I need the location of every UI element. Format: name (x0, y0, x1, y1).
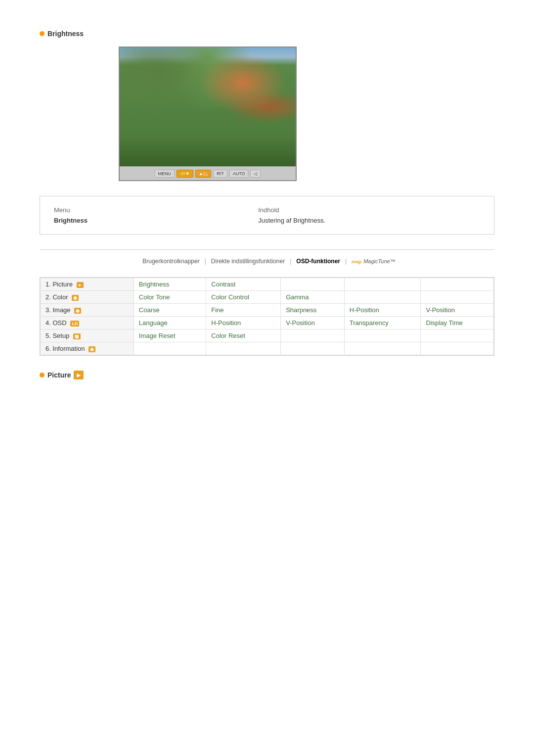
bezel-power-btn[interactable]: ◁ (250, 170, 261, 178)
info-table: Menu Indhold Brightness Justering af Bri… (50, 204, 484, 226)
menu-cell-picture: 1. Picture ► (41, 278, 134, 291)
nav-sep-3: | (344, 258, 348, 265)
bezel-menu-btn[interactable]: MENU (155, 170, 175, 178)
cell-h-position-img[interactable]: H-Position (344, 304, 421, 317)
menu-label-color: 2. Color (45, 293, 68, 301)
cell-image-reset[interactable]: Image Reset (134, 330, 206, 342)
cell-empty-7 (344, 330, 421, 342)
osd-table: 1. Picture ► Brightness Contrast 2. Colo… (40, 278, 494, 355)
svg-text:magic: magic (352, 259, 361, 264)
nav-item-direkte[interactable]: Direkte indstillingsfunktioner (207, 258, 289, 265)
cell-empty-3 (421, 278, 494, 291)
cell-color-control[interactable]: Color Control (206, 291, 281, 304)
monitor-screen (120, 47, 296, 166)
bezel-brightness-btn[interactable]: -/+▼ (177, 170, 193, 178)
magictune-logo-icon: magic (352, 258, 361, 264)
cell-color-reset[interactable]: Color Reset (206, 330, 281, 342)
cell-empty-9 (134, 342, 206, 355)
menu-cell-setup: 5. Setup ▦ (41, 330, 134, 342)
cell-empty-13 (421, 342, 494, 355)
table-row: 3. Image ◉ Coarse Fine Sharpness H-Posit… (41, 304, 494, 317)
cell-language[interactable]: Language (134, 317, 206, 330)
monitor-image: MENU -/+▼ ▲/△ R/T AUTO ◁ (119, 47, 494, 181)
osd-icon-badge: LD (70, 321, 79, 327)
cell-empty-12 (344, 342, 421, 355)
monitor-bezel: MENU -/+▼ ▲/△ R/T AUTO ◁ (120, 166, 296, 180)
cell-sharpness[interactable]: Sharpness (281, 304, 345, 317)
cell-v-position-osd[interactable]: V-Position (281, 317, 345, 330)
menu-cell-osd: 4. OSD LD (41, 317, 134, 330)
info-table-row: Brightness Justering af Brightness. (50, 216, 484, 226)
information-icon-badge: ◉ (89, 346, 95, 352)
brightness-title: Brightness (47, 30, 84, 38)
brightness-section-heading: Brightness (40, 30, 494, 38)
picture-badge: ► (74, 371, 84, 379)
image-icon-badge: ◉ (74, 308, 81, 314)
picture-icon-badge: ► (77, 282, 84, 288)
cell-h-position-osd[interactable]: H-Position (206, 317, 281, 330)
cell-color-tone[interactable]: Color Tone (134, 291, 206, 304)
bezel-up-btn[interactable]: ▲/△ (195, 170, 211, 178)
magictune-label: MagicTune™ (363, 258, 396, 264)
cell-empty-2 (344, 278, 421, 291)
cell-empty-5 (421, 291, 494, 304)
brightness-icon (40, 31, 44, 36)
picture-title: Picture (47, 371, 71, 379)
color-icon-badge: ◉ (72, 295, 79, 301)
cell-empty-6 (281, 330, 345, 342)
nav-item-osd[interactable]: OSD-funktioner (292, 258, 344, 265)
content-column-header: Indhold (254, 204, 484, 216)
table-row: 5. Setup ▦ Image Reset Color Reset (41, 330, 494, 342)
menu-column-header: Menu (50, 204, 203, 216)
nav-sep-2: | (289, 258, 292, 265)
info-table-container: Menu Indhold Brightness Justering af Bri… (40, 196, 494, 235)
menu-cell-image: 3. Image ◉ (41, 304, 134, 317)
nav-magictune[interactable]: magic MagicTune™ (352, 258, 396, 264)
cell-transparency[interactable]: Transparency (344, 317, 421, 330)
table-row: 1. Picture ► Brightness Contrast (41, 278, 494, 291)
cell-fine[interactable]: Fine (206, 304, 281, 317)
cell-v-position-img[interactable]: V-Position (421, 304, 494, 317)
cell-coarse[interactable]: Coarse (134, 304, 206, 317)
nav-bar: Brugerkontrolknapper | Direkte indstilli… (40, 249, 494, 265)
nav-bar-inner: Brugerkontrolknapper | Direkte indstilli… (138, 258, 395, 265)
cell-empty-10 (206, 342, 281, 355)
cell-empty-4 (344, 291, 421, 304)
monitor-frame: MENU -/+▼ ▲/△ R/T AUTO ◁ (119, 47, 297, 181)
cell-empty-1 (281, 278, 345, 291)
setup-icon-badge: ▦ (73, 333, 81, 339)
nav-sep-1: | (204, 258, 207, 265)
osd-table-wrapper: 1. Picture ► Brightness Contrast 2. Colo… (40, 277, 494, 356)
cell-empty-11 (281, 342, 345, 355)
cell-contrast[interactable]: Contrast (206, 278, 281, 291)
cell-brightness[interactable]: Brightness (134, 278, 206, 291)
menu-label-information: 6. Information (45, 345, 85, 352)
menu-label-osd: 4. OSD (45, 319, 67, 327)
info-table-header-row: Menu Indhold (50, 204, 484, 216)
cell-display-time[interactable]: Display Time (421, 317, 494, 330)
cell-empty-8 (421, 330, 494, 342)
picture-section-heading: Picture ► (40, 371, 494, 379)
menu-label-setup: 5. Setup (45, 332, 69, 339)
picture-circle-icon (40, 373, 44, 378)
cell-gamma[interactable]: Gamma (281, 291, 345, 304)
menu-label-picture: 1. Picture (45, 281, 73, 288)
menu-cell-information: 6. Information ◉ (41, 342, 134, 355)
bezel-rt-btn[interactable]: R/T (213, 170, 227, 178)
nav-item-brugerkontrol[interactable]: Brugerkontrolknapper (138, 258, 203, 265)
table-row: 4. OSD LD Language H-Position V-Position… (41, 317, 494, 330)
menu-cell-color: 2. Color ◉ (41, 291, 134, 304)
table-row: 6. Information ◉ (41, 342, 494, 355)
bezel-auto-btn[interactable]: AUTO (229, 170, 249, 178)
menu-label-image: 3. Image (45, 306, 71, 314)
spacer-cell (203, 204, 254, 216)
content-brightness: Justering af Brightness. (254, 216, 484, 226)
menu-item-brightness: Brightness (50, 216, 203, 226)
table-row: 2. Color ◉ Color Tone Color Control Gamm… (41, 291, 494, 304)
